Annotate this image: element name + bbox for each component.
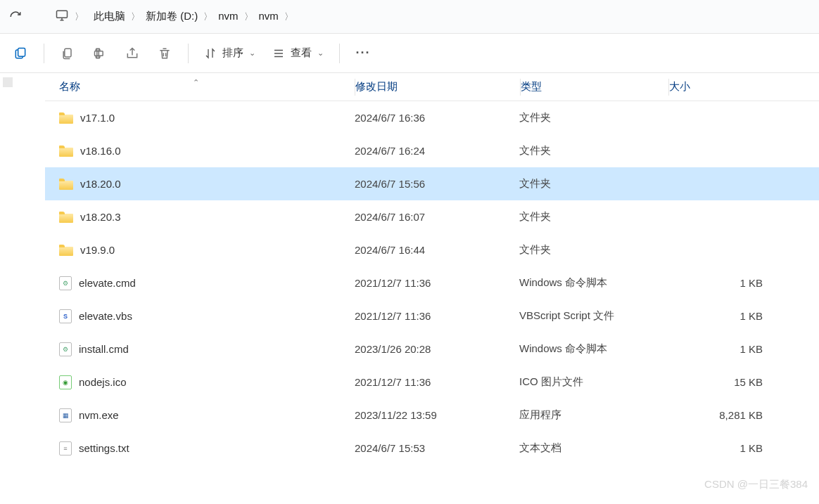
folder-icon xyxy=(59,179,73,190)
cell-type: ICO 图片文件 xyxy=(519,375,667,389)
chevron-down-icon: ⌄ xyxy=(317,49,324,58)
cell-size: 1 KB xyxy=(667,442,819,454)
cell-date: 2024/6/7 16:44 xyxy=(355,244,519,256)
column-headers: 名称 ⌃ 修改日期 类型 大小 xyxy=(45,73,819,101)
svg-rect-2 xyxy=(18,48,25,56)
exe-file-icon xyxy=(59,408,72,422)
cell-size: 1 KB xyxy=(667,310,819,322)
file-name: elevate.cmd xyxy=(79,277,136,289)
watermark: CSDN @一日三餐384 xyxy=(704,478,808,491)
folder-icon xyxy=(59,245,73,256)
file-name: v18.20.3 xyxy=(80,211,121,223)
cell-name: v17.1.0 xyxy=(45,112,355,124)
cell-date: 2024/6/7 16:24 xyxy=(355,145,519,157)
file-name: v18.16.0 xyxy=(80,145,121,157)
gutter-mark xyxy=(3,77,13,87)
file-row[interactable]: v18.16.02024/6/7 16:24文件夹 xyxy=(45,134,819,167)
view-label: 查看 xyxy=(291,46,312,60)
cell-date: 2021/12/7 11:36 xyxy=(355,277,519,289)
cell-type: 文件夹 xyxy=(519,210,667,224)
cell-date: 2023/11/22 13:59 xyxy=(355,409,519,421)
cell-size: 15 KB xyxy=(667,376,819,388)
file-row[interactable]: nvm.exe2023/11/22 13:59应用程序8,281 KB xyxy=(45,399,819,432)
breadcrumb-item[interactable]: nvm xyxy=(255,7,283,25)
header-name[interactable]: 名称 ⌃ xyxy=(45,80,355,93)
cell-size: 1 KB xyxy=(667,343,819,355)
content-area: 名称 ⌃ 修改日期 类型 大小 v17.1.02024/6/7 16:36文件夹… xyxy=(0,73,819,504)
cell-type: 文本文档 xyxy=(519,441,667,455)
more-button[interactable]: ··· xyxy=(348,39,378,68)
cell-name: elevate.vbs xyxy=(45,309,355,323)
cell-date: 2024/6/7 15:53 xyxy=(355,442,519,454)
chevron-down-icon: ⌄ xyxy=(249,49,255,58)
share-button[interactable] xyxy=(118,39,147,68)
cell-date: 2021/12/7 11:36 xyxy=(355,310,519,322)
folder-icon xyxy=(59,212,73,223)
file-name: install.cmd xyxy=(79,343,129,355)
cell-type: Windows 命令脚本 xyxy=(519,276,667,290)
cell-name: nodejs.ico xyxy=(45,375,355,389)
chevron-right-icon: 〉 xyxy=(283,11,295,22)
file-row[interactable]: elevate.vbs2021/12/7 11:36VBScript Scrip… xyxy=(45,299,819,332)
file-list: v17.1.02024/6/7 16:36文件夹v18.16.02024/6/7… xyxy=(45,101,819,504)
toolbar: 排序 ⌄ 查看 ⌄ ··· xyxy=(0,34,819,73)
svg-rect-0 xyxy=(57,11,68,18)
separator xyxy=(44,44,44,63)
sort-button[interactable]: 排序 ⌄ xyxy=(197,42,262,64)
refresh-button[interactable] xyxy=(6,7,25,27)
cmd-file-icon xyxy=(59,276,72,290)
file-row[interactable]: v18.20.02024/6/7 15:56文件夹 xyxy=(45,167,819,200)
breadcrumb-item[interactable]: nvm xyxy=(214,7,242,25)
delete-button[interactable] xyxy=(150,39,179,68)
monitor-icon xyxy=(55,8,69,25)
cell-type: 文件夹 xyxy=(519,177,667,190)
cell-type: VBScript Script 文件 xyxy=(519,309,667,323)
cell-date: 2021/12/7 11:36 xyxy=(355,376,519,388)
cell-name: settings.txt xyxy=(45,441,355,455)
sort-indicator-icon: ⌃ xyxy=(193,78,199,87)
breadcrumb-item[interactable]: 新加卷 (D:) xyxy=(141,7,202,25)
file-row[interactable]: nodejs.ico2021/12/7 11:36ICO 图片文件15 KB xyxy=(45,366,819,399)
copy-button[interactable] xyxy=(53,39,82,68)
file-name: v17.1.0 xyxy=(80,112,115,124)
new-item-button[interactable] xyxy=(6,39,35,68)
file-name: v18.20.0 xyxy=(80,178,121,190)
rename-button[interactable] xyxy=(85,39,115,68)
cell-type: 文件夹 xyxy=(519,144,667,157)
folder-icon xyxy=(59,112,73,124)
cell-size: 1 KB xyxy=(667,277,819,289)
cell-size: 8,281 KB xyxy=(667,409,819,421)
cell-name: v18.20.3 xyxy=(45,211,355,223)
file-name: nodejs.ico xyxy=(79,376,127,388)
cell-type: 应用程序 xyxy=(519,408,667,422)
cell-name: v18.16.0 xyxy=(45,145,355,157)
cell-type: Windows 命令脚本 xyxy=(519,342,667,356)
chevron-right-icon: 〉 xyxy=(129,11,141,22)
file-row[interactable]: v19.9.02024/6/7 16:44文件夹 xyxy=(45,233,819,266)
file-row[interactable]: v18.20.32024/6/7 16:07文件夹 xyxy=(45,200,819,233)
ico-file-icon xyxy=(59,375,72,389)
file-row[interactable]: settings.txt2024/6/7 15:53文本文档1 KB xyxy=(45,432,819,465)
cell-type: 文件夹 xyxy=(519,111,667,124)
header-type[interactable]: 类型 xyxy=(521,80,668,93)
left-gutter xyxy=(0,73,17,504)
header-size[interactable]: 大小 xyxy=(669,80,819,93)
file-row[interactable]: v17.1.02024/6/7 16:36文件夹 xyxy=(45,101,819,134)
view-button[interactable]: 查看 ⌄ xyxy=(265,42,331,64)
separator xyxy=(188,44,189,63)
file-row[interactable]: elevate.cmd2021/12/7 11:36Windows 命令脚本1 … xyxy=(45,266,819,299)
cell-date: 2024/6/7 16:36 xyxy=(355,112,519,124)
file-name: elevate.vbs xyxy=(79,310,132,322)
address-bar: 〉 此电脑〉新加卷 (D:)〉nvm〉nvm〉 xyxy=(0,0,819,34)
cmd-file-icon xyxy=(59,342,72,356)
header-date[interactable]: 修改日期 xyxy=(355,80,520,93)
file-name: v19.9.0 xyxy=(80,244,115,256)
cell-name: elevate.cmd xyxy=(45,276,355,290)
file-pane: 名称 ⌃ 修改日期 类型 大小 v17.1.02024/6/7 16:36文件夹… xyxy=(17,73,819,504)
file-row[interactable]: install.cmd2023/1/26 20:28Windows 命令脚本1 … xyxy=(45,332,819,366)
vbs-file-icon xyxy=(59,309,72,323)
separator xyxy=(339,44,340,63)
sort-label: 排序 xyxy=(222,46,243,60)
cell-date: 2023/1/26 20:28 xyxy=(355,343,519,355)
breadcrumb-item[interactable]: 此电脑 xyxy=(89,7,129,25)
